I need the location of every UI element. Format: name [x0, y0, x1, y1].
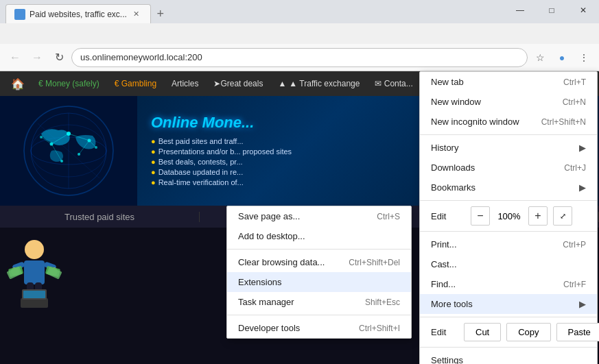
- nav-item-articles[interactable]: Articles: [165, 76, 205, 91]
- menu-find[interactable]: Find... Ctrl+F: [420, 274, 597, 294]
- back-btn[interactable]: ←: [5, 48, 25, 67]
- browser-toolbar: ← → ↻ ☆ ● ⋮: [0, 44, 599, 71]
- ctx-extensions[interactable]: Extensions: [227, 272, 411, 292]
- zoom-value: 100%: [495, 211, 523, 221]
- avatar-container: [7, 234, 62, 310]
- bookmark-star-btn[interactable]: ☆: [530, 48, 550, 67]
- close-btn[interactable]: ✕: [567, 0, 599, 21]
- menu-new-incognito[interactable]: New incognito window Ctrl+Shift+N: [420, 112, 597, 132]
- ctx-clear-browsing[interactable]: Clear browsing data... Ctrl+Shift+Del: [227, 252, 411, 272]
- svg-rect-23: [24, 260, 45, 284]
- ctx-developer-tools[interactable]: Developer tools Ctrl+Shift+I: [227, 318, 411, 338]
- chrome-menu-btn[interactable]: ⋮: [574, 48, 594, 67]
- ctx-add-desktop[interactable]: Add to desktop...: [227, 226, 411, 246]
- menu-history[interactable]: History ▶: [420, 138, 597, 158]
- new-tab-btn[interactable]: +: [151, 4, 170, 23]
- edit-label: Edit: [431, 327, 458, 337]
- tab-bar: Paid websites, traffic exc... ✕ + — □ ✕: [0, 0, 599, 23]
- nav-item-contact[interactable]: ✉ Conta...: [368, 76, 419, 91]
- forward-btn[interactable]: →: [27, 48, 47, 67]
- reload-btn[interactable]: ↻: [49, 48, 69, 67]
- chrome-main-menu: New tab Ctrl+T New window Ctrl+N New inc…: [419, 71, 598, 364]
- svg-rect-34: [21, 298, 48, 308]
- minimize-btn[interactable]: —: [504, 0, 536, 21]
- address-bar[interactable]: [71, 48, 528, 67]
- extension-icon-btn[interactable]: ●: [552, 48, 572, 67]
- paste-btn[interactable]: Paste: [556, 323, 599, 341]
- tab-close-btn[interactable]: ✕: [131, 9, 142, 20]
- zoom-minus-btn[interactable]: −: [471, 206, 490, 226]
- tab-favicon: [14, 9, 25, 20]
- menu-bookmarks[interactable]: Bookmarks ▶: [420, 178, 597, 197]
- titlebar: Paid websites, traffic exc... ✕ + — □ ✕: [0, 0, 599, 21]
- ctx-task-manager[interactable]: Task manager Shift+Esc: [227, 292, 411, 312]
- nav-item-deals[interactable]: ➤Great deals: [207, 76, 270, 91]
- ctx-save-page[interactable]: Save page as... Ctrl+S: [227, 206, 411, 226]
- zoom-label: Edit: [431, 211, 465, 221]
- svg-point-22: [25, 240, 44, 259]
- copy-btn[interactable]: Copy: [506, 323, 550, 341]
- active-tab[interactable]: Paid websites, traffic exc... ✕: [5, 4, 151, 23]
- menu-print[interactable]: Print... Ctrl+P: [420, 234, 597, 254]
- svg-rect-36: [23, 291, 45, 298]
- zoom-plus-btn[interactable]: +: [528, 206, 548, 226]
- nav-item-gambling[interactable]: € Gambling: [108, 76, 163, 91]
- nav-item-money[interactable]: € Money (safely): [32, 76, 106, 91]
- menu-cast[interactable]: Cast...: [420, 254, 597, 274]
- nav-home[interactable]: 🏠: [5, 75, 30, 93]
- tab-title: Paid websites, traffic exc...: [30, 10, 127, 19]
- section-trusted: Trusted paid sites: [0, 212, 200, 222]
- maximize-btn[interactable]: □: [536, 0, 567, 21]
- zoom-row: Edit − 100% + ⤢: [420, 204, 597, 228]
- menu-downloads[interactable]: Downloads Ctrl+J: [420, 158, 597, 178]
- zoom-expand-btn[interactable]: ⤢: [553, 206, 572, 226]
- menu-new-window[interactable]: New window Ctrl+N: [420, 92, 597, 112]
- cut-btn[interactable]: Cut: [464, 323, 501, 341]
- menu-more-tools[interactable]: More tools ▶: [420, 294, 597, 314]
- edit-row: Edit Cut Copy Paste: [420, 320, 597, 344]
- window-controls: — □ ✕: [504, 0, 599, 21]
- small-context-menu: Save page as... Ctrl+S Add to desktop...…: [226, 206, 412, 339]
- nav-item-traffic[interactable]: ▲ ▲ Traffic exchange: [271, 76, 366, 91]
- hero-globe: [0, 96, 137, 206]
- menu-new-tab[interactable]: New tab Ctrl+T: [420, 72, 597, 92]
- menu-settings[interactable]: Settings: [420, 350, 597, 364]
